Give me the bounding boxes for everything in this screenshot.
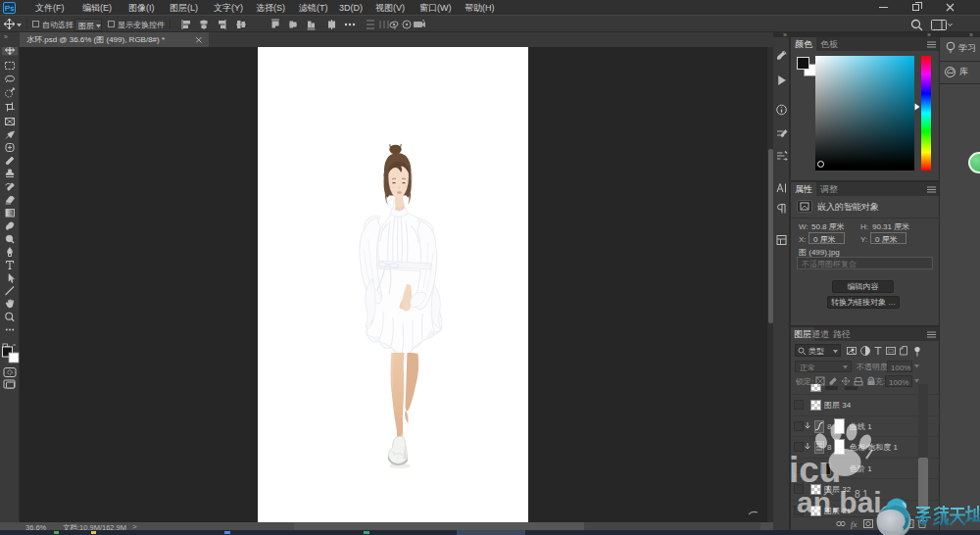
- svg-text:人: 人: [823, 484, 834, 496]
